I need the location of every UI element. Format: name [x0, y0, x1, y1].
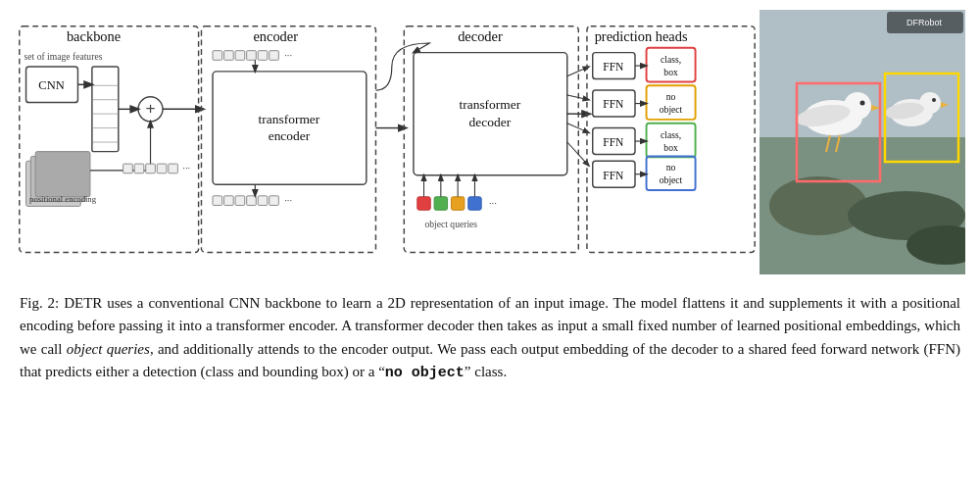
- svg-text:+: +: [145, 98, 155, 118]
- example-image-panel: DFRobot: [760, 10, 965, 274]
- svg-text:FFN: FFN: [603, 136, 624, 148]
- architecture-diagram: backbone set of image features CNN posit…: [15, 10, 760, 274]
- svg-rect-38: [213, 196, 222, 206]
- svg-text:prediction heads: prediction heads: [595, 28, 688, 44]
- svg-text:transformer: transformer: [459, 97, 520, 112]
- svg-rect-54: [434, 197, 447, 210]
- svg-text:···: ···: [489, 198, 497, 209]
- svg-text:encoder: encoder: [253, 28, 298, 44]
- svg-text:FFN: FFN: [603, 170, 624, 181]
- svg-rect-20: [134, 164, 144, 173]
- svg-text:DFRobot: DFRobot: [906, 18, 943, 27]
- svg-rect-39: [224, 196, 234, 206]
- svg-text:FFN: FFN: [603, 61, 624, 73]
- svg-point-104: [860, 101, 865, 106]
- svg-rect-23: [169, 164, 178, 173]
- svg-rect-33: [270, 51, 279, 61]
- svg-text:transformer: transformer: [259, 112, 320, 126]
- svg-rect-7: [92, 67, 119, 152]
- svg-text:no: no: [666, 162, 676, 173]
- fig-label: Fig. 2:: [20, 295, 59, 311]
- svg-text:···: ···: [182, 163, 190, 173]
- svg-text:no: no: [666, 91, 676, 102]
- caption: Fig. 2: DETR uses a conventional CNN bac…: [15, 292, 965, 384]
- svg-text:box: box: [663, 67, 678, 77]
- svg-rect-31: [247, 51, 257, 61]
- svg-text:object queries: object queries: [424, 219, 477, 229]
- svg-rect-32: [258, 51, 268, 61]
- svg-rect-30: [235, 51, 245, 61]
- svg-point-111: [932, 98, 936, 102]
- svg-text:decoder: decoder: [458, 28, 503, 44]
- svg-text:decoder: decoder: [469, 115, 512, 129]
- caption-text-3: ” class.: [465, 364, 507, 379]
- diagram-area: backbone set of image features CNN posit…: [15, 10, 965, 274]
- svg-rect-21: [146, 164, 156, 173]
- caption-mono: no object: [385, 365, 465, 381]
- svg-rect-55: [451, 197, 464, 210]
- svg-text:object: object: [660, 104, 683, 115]
- svg-text:box: box: [663, 142, 678, 153]
- svg-point-97: [769, 176, 867, 235]
- caption-italic: object queries: [67, 341, 150, 357]
- svg-rect-41: [247, 196, 257, 206]
- svg-rect-40: [235, 196, 245, 206]
- svg-text:CNN: CNN: [38, 78, 64, 92]
- backbone-label: backbone: [67, 28, 121, 44]
- svg-text:FFN: FFN: [603, 98, 624, 110]
- svg-rect-53: [417, 197, 430, 210]
- svg-rect-19: [123, 164, 133, 173]
- svg-text:object: object: [660, 174, 683, 185]
- svg-rect-43: [270, 196, 279, 206]
- svg-text:···: ···: [284, 195, 292, 206]
- svg-rect-28: [213, 51, 222, 61]
- backbone-sublabel: set of image features: [24, 51, 103, 62]
- svg-rect-29: [224, 51, 234, 61]
- svg-text:positional encoding: positional encoding: [29, 194, 97, 204]
- svg-text:class,: class,: [661, 129, 681, 140]
- svg-rect-22: [157, 164, 167, 173]
- svg-rect-42: [258, 196, 268, 206]
- svg-rect-56: [468, 197, 481, 210]
- svg-text:class,: class,: [661, 54, 681, 65]
- svg-text:···: ···: [284, 50, 292, 61]
- svg-text:encoder: encoder: [269, 128, 311, 143]
- svg-rect-5: [35, 152, 90, 197]
